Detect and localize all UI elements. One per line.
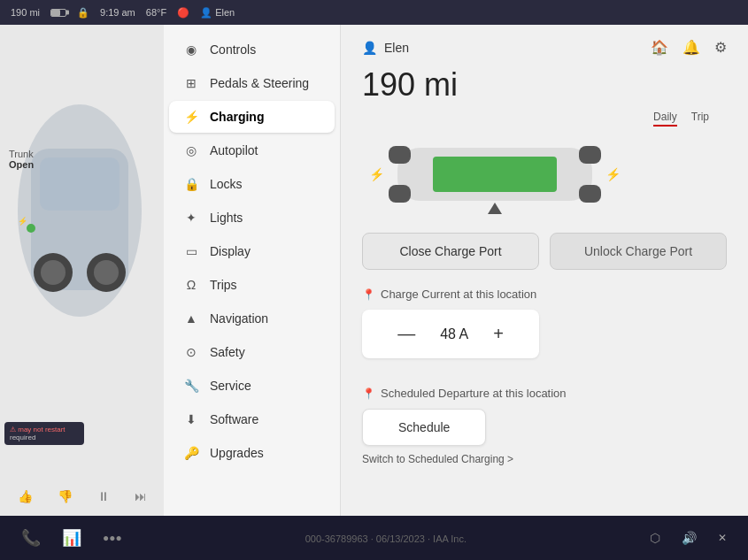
svg-point-6 (94, 260, 119, 285)
locks-icon: 🔒 (183, 177, 199, 191)
user-header: 👤 Elen 🏠 🔔 ⚙ (362, 39, 727, 56)
location-pin-icon-2: 📍 (362, 387, 375, 400)
close-icon[interactable]: ✕ (711, 528, 734, 548)
current-value: 48 A (440, 326, 468, 342)
user-status: 👤 Elen (200, 7, 235, 19)
settings-icon[interactable]: ⚙ (714, 39, 727, 56)
nav-item-pedals[interactable]: ⊞ Pedals & Steering (169, 67, 335, 99)
service-icon: 🔧 (183, 379, 199, 393)
svg-point-4 (41, 260, 66, 285)
nav-item-autopilot[interactable]: ◎ Autopilot (169, 134, 335, 166)
bluetooth-icon[interactable]: ⬡ (643, 527, 667, 548)
nav-item-locks[interactable]: 🔒 Locks (169, 168, 335, 200)
decrease-current-button[interactable]: — (390, 320, 422, 348)
phone-icon[interactable]: 📞 (14, 525, 48, 551)
thumb-up-button[interactable]: 👍 (11, 486, 40, 507)
home-icon[interactable]: 🏠 (651, 39, 668, 56)
unlock-charge-port-button[interactable]: Unlock Charge Port (550, 233, 727, 270)
display-icon: ▭ (183, 244, 199, 258)
battery-icon (50, 9, 66, 17)
nav-item-trips[interactable]: Ω Trips (169, 269, 335, 301)
thumb-down-button[interactable]: 👎 (50, 486, 80, 507)
taskbar-center: 000-36789963 · 06/13/2023 · IAA Inc. (136, 530, 636, 546)
header-icons: 🏠 🔔 ⚙ (651, 39, 727, 56)
autopilot-icon: ◎ (183, 143, 199, 157)
time-status: 9:19 am (100, 7, 135, 18)
increase-current-button[interactable]: + (486, 320, 511, 348)
car-image: ⚡ (4, 78, 155, 343)
trip-tab[interactable]: Trip (691, 111, 709, 127)
svg-rect-11 (389, 146, 411, 164)
close-charge-port-button[interactable]: Close Charge Port (362, 233, 539, 270)
trips-icon: Ω (183, 278, 199, 292)
current-control: — 48 A + (362, 310, 539, 358)
svg-text:⚡: ⚡ (369, 167, 385, 182)
charge-port-buttons: Close Charge Port Unlock Charge Port (362, 233, 727, 270)
volume-icon[interactable]: 🔊 (675, 527, 704, 548)
nav-item-software[interactable]: ⬇ Software (169, 403, 335, 435)
controls-icon: ◉ (183, 42, 199, 57)
nav-item-charging[interactable]: ⚡ Charging (169, 101, 335, 133)
nav-item-upgrades[interactable]: 🔑 Upgrades (169, 437, 335, 469)
nav-item-display[interactable]: ▭ Display (169, 235, 335, 267)
upgrades-icon: 🔑 (183, 446, 199, 460)
nav-item-controls[interactable]: ◉ Controls (169, 34, 335, 65)
temp-status: 68°F (146, 7, 166, 18)
scheduled-departure-section: 📍 Scheduled Departure at this location (362, 387, 727, 400)
bell-icon[interactable]: 🔔 (682, 39, 700, 56)
car-panel: ⚡ Trunk Open ⚠ may not restart required … (0, 25, 164, 516)
taskbar-info: 000-36789963 · 06/13/2023 · IAA Inc. (305, 533, 467, 544)
svg-rect-2 (40, 157, 120, 211)
safety-icon: ⊙ (183, 345, 199, 359)
location-pin-icon: 📍 (362, 288, 375, 301)
lock-icon: 🔒 (77, 7, 89, 19)
schedule-button[interactable]: Schedule (362, 409, 486, 446)
svg-rect-13 (579, 146, 601, 164)
content-panel: 👤 Elen 🏠 🔔 ⚙ 190 mi Daily Trip (341, 25, 748, 516)
lights-icon: ✦ (183, 211, 199, 225)
user-profile-icon: 👤 (362, 41, 377, 55)
range-status: 190 mi (11, 7, 40, 18)
warning-panel: ⚠ may not restart required (4, 422, 84, 445)
navigation-icon: ▲ (183, 311, 199, 326)
nav-item-service[interactable]: 🔧 Service (169, 370, 335, 402)
pedals-icon: ⊞ (183, 76, 199, 90)
status-bar: 190 mi 🔒 9:19 am 68°F 🔴 👤 Elen (0, 0, 748, 25)
pause-button[interactable]: ⏸ (90, 486, 117, 507)
switch-charging-link[interactable]: Switch to Scheduled Charging > (362, 453, 727, 465)
dots-icon[interactable]: ●●● (96, 528, 129, 548)
next-button[interactable]: ⏭ (127, 486, 154, 507)
software-icon: ⬇ (183, 412, 199, 426)
nav-menu: ◉ Controls ⊞ Pedals & Steering ⚡ Chargin… (164, 25, 341, 516)
nav-item-lights[interactable]: ✦ Lights (169, 202, 335, 234)
svg-text:⚡: ⚡ (605, 167, 621, 182)
charging-icon: ⚡ (183, 110, 199, 124)
car-battery-viz: ⚡ ⚡ (362, 130, 628, 219)
record-icon: 🔴 (177, 7, 189, 19)
main-content: ⚡ Trunk Open ⚠ may not restart required … (0, 25, 748, 516)
nav-item-navigation[interactable]: ▲ Navigation (169, 303, 335, 334)
range-display: 190 mi (362, 66, 727, 104)
nav-item-safety[interactable]: ⊙ Safety (169, 336, 335, 368)
schedule-section: Schedule Switch to Scheduled Charging > (362, 409, 727, 465)
daily-tab[interactable]: Daily (653, 111, 677, 127)
svg-point-7 (27, 224, 35, 233)
trunk-status: Trunk Open (9, 149, 34, 170)
svg-rect-10 (433, 157, 557, 192)
charge-current-section: 📍 Charge Current at this location (362, 288, 727, 301)
svg-rect-12 (389, 185, 411, 203)
svg-marker-15 (488, 203, 502, 214)
charts-icon[interactable]: 📊 (55, 525, 89, 551)
svg-text:⚡: ⚡ (18, 216, 28, 226)
taskbar: 📞 📊 ●●● 000-36789963 · 06/13/2023 · IAA … (0, 516, 748, 560)
user-name-label: Elen (384, 41, 409, 55)
svg-rect-14 (579, 185, 601, 203)
